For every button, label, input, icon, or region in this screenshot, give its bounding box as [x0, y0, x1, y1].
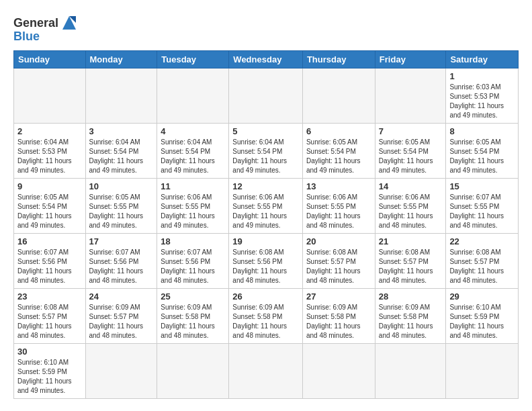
day-number: 19 [232, 236, 299, 246]
logo-text-general: General [13, 16, 58, 30]
day-info: Sunrise: 6:07 AMSunset: 5:55 PMDaylight:… [449, 193, 515, 230]
day-number: 10 [89, 181, 154, 191]
calendar-day-3: 3Sunrise: 6:04 AMSunset: 5:54 PMDaylight… [85, 124, 157, 179]
day-number: 27 [306, 291, 371, 302]
day-number: 20 [306, 236, 371, 246]
day-info: Sunrise: 6:03 AMSunset: 5:53 PMDaylight:… [449, 83, 515, 120]
calendar-day-14: 14Sunrise: 6:06 AMSunset: 5:55 PMDayligh… [375, 179, 446, 234]
calendar-day-11: 11Sunrise: 6:06 AMSunset: 5:55 PMDayligh… [157, 179, 229, 234]
day-number: 14 [379, 181, 443, 191]
day-info: Sunrise: 6:08 AMSunset: 5:56 PMDaylight:… [232, 248, 299, 285]
day-info: Sunrise: 6:09 AMSunset: 5:58 PMDaylight:… [306, 303, 371, 340]
day-number: 9 [17, 181, 82, 191]
calendar-day-empty-5-1 [85, 344, 157, 399]
calendar-week-4: 23Sunrise: 6:08 AMSunset: 5:57 PMDayligh… [14, 289, 519, 344]
calendar-day-empty-5-2 [157, 344, 229, 399]
day-info: Sunrise: 6:10 AMSunset: 5:59 PMDaylight:… [17, 358, 82, 396]
day-info: Sunrise: 6:06 AMSunset: 5:55 PMDaylight:… [379, 193, 443, 230]
calendar-day-13: 13Sunrise: 6:06 AMSunset: 5:55 PMDayligh… [302, 179, 375, 234]
day-info: Sunrise: 6:07 AMSunset: 5:56 PMDaylight:… [161, 248, 225, 285]
day-info: Sunrise: 6:08 AMSunset: 5:57 PMDaylight:… [306, 248, 371, 285]
calendar-day-27: 27Sunrise: 6:09 AMSunset: 5:58 PMDayligh… [302, 289, 375, 344]
day-number: 15 [449, 181, 515, 191]
day-info: Sunrise: 6:09 AMSunset: 5:58 PMDaylight:… [232, 303, 299, 340]
calendar-day-19: 19Sunrise: 6:08 AMSunset: 5:56 PMDayligh… [229, 234, 303, 289]
calendar-day-24: 24Sunrise: 6:09 AMSunset: 5:57 PMDayligh… [85, 289, 157, 344]
logo: General Blue [13, 13, 79, 44]
day-info: Sunrise: 6:07 AMSunset: 5:56 PMDaylight:… [89, 248, 154, 285]
calendar-header-thursday: Thursday [302, 51, 375, 68]
calendar-header-saturday: Saturday [446, 51, 519, 68]
calendar-day-18: 18Sunrise: 6:07 AMSunset: 5:56 PMDayligh… [157, 234, 229, 289]
day-number: 2 [17, 126, 82, 136]
day-number: 24 [89, 291, 154, 302]
day-number: 12 [232, 181, 299, 191]
day-info: Sunrise: 6:05 AMSunset: 5:54 PMDaylight:… [17, 193, 82, 230]
day-number: 28 [379, 291, 443, 302]
calendar-day-20: 20Sunrise: 6:08 AMSunset: 5:57 PMDayligh… [302, 234, 375, 289]
header: General Blue [13, 13, 519, 44]
day-number: 21 [379, 236, 443, 246]
calendar-week-3: 16Sunrise: 6:07 AMSunset: 5:56 PMDayligh… [14, 234, 519, 289]
calendar-day-26: 26Sunrise: 6:09 AMSunset: 5:58 PMDayligh… [229, 289, 303, 344]
calendar-week-1: 2Sunrise: 6:04 AMSunset: 5:53 PMDaylight… [14, 124, 519, 179]
day-number: 6 [306, 126, 371, 136]
calendar-day-empty-5-4 [302, 344, 375, 399]
day-info: Sunrise: 6:05 AMSunset: 5:54 PMDaylight:… [306, 138, 371, 175]
day-number: 25 [161, 291, 225, 302]
day-info: Sunrise: 6:10 AMSunset: 5:59 PMDaylight:… [449, 303, 515, 340]
calendar-day-4: 4Sunrise: 6:04 AMSunset: 5:54 PMDaylight… [157, 124, 229, 179]
day-info: Sunrise: 6:09 AMSunset: 5:57 PMDaylight:… [89, 303, 154, 340]
calendar-day-23: 23Sunrise: 6:08 AMSunset: 5:57 PMDayligh… [14, 289, 86, 344]
calendar-day-15: 15Sunrise: 6:07 AMSunset: 5:55 PMDayligh… [446, 179, 519, 234]
day-info: Sunrise: 6:09 AMSunset: 5:58 PMDaylight:… [379, 303, 443, 340]
day-number: 17 [89, 236, 154, 246]
calendar-header-monday: Monday [85, 51, 157, 68]
day-number: 8 [449, 126, 515, 136]
day-info: Sunrise: 6:06 AMSunset: 5:55 PMDaylight:… [232, 193, 299, 230]
calendar-day-28: 28Sunrise: 6:09 AMSunset: 5:58 PMDayligh… [375, 289, 446, 344]
day-info: Sunrise: 6:04 AMSunset: 5:54 PMDaylight:… [89, 138, 154, 175]
day-number: 26 [232, 291, 299, 302]
calendar-day-empty-0-4 [302, 68, 375, 124]
logo-text-blue: Blue [13, 30, 40, 44]
calendar-day-empty-5-5 [375, 344, 446, 399]
page: General Blue SundayMondayTuesdayWednesda… [0, 0, 532, 411]
calendar-day-empty-0-1 [85, 68, 157, 124]
day-info: Sunrise: 6:09 AMSunset: 5:58 PMDaylight:… [161, 303, 225, 340]
calendar-header-row: SundayMondayTuesdayWednesdayThursdayFrid… [14, 51, 519, 68]
day-number: 18 [161, 236, 225, 246]
calendar-day-22: 22Sunrise: 6:08 AMSunset: 5:57 PMDayligh… [446, 234, 519, 289]
calendar-header-tuesday: Tuesday [157, 51, 229, 68]
calendar: SundayMondayTuesdayWednesdayThursdayFrid… [13, 50, 519, 399]
day-number: 5 [232, 126, 299, 136]
calendar-day-16: 16Sunrise: 6:07 AMSunset: 5:56 PMDayligh… [14, 234, 86, 289]
logo-icon [60, 13, 79, 32]
day-info: Sunrise: 6:05 AMSunset: 5:54 PMDaylight:… [449, 138, 515, 175]
day-number: 1 [449, 71, 515, 81]
calendar-week-2: 9Sunrise: 6:05 AMSunset: 5:54 PMDaylight… [14, 179, 519, 234]
day-number: 4 [161, 126, 225, 136]
calendar-day-30: 30Sunrise: 6:10 AMSunset: 5:59 PMDayligh… [14, 344, 86, 399]
day-number: 11 [161, 181, 225, 191]
day-info: Sunrise: 6:08 AMSunset: 5:57 PMDaylight:… [449, 248, 515, 285]
calendar-day-empty-5-3 [229, 344, 303, 399]
calendar-week-5: 30Sunrise: 6:10 AMSunset: 5:59 PMDayligh… [14, 344, 519, 399]
calendar-day-1: 1Sunrise: 6:03 AMSunset: 5:53 PMDaylight… [446, 68, 519, 124]
calendar-header-friday: Friday [375, 51, 446, 68]
calendar-day-empty-0-2 [157, 68, 229, 124]
day-info: Sunrise: 6:04 AMSunset: 5:54 PMDaylight:… [232, 138, 299, 175]
day-info: Sunrise: 6:05 AMSunset: 5:55 PMDaylight:… [89, 193, 154, 230]
day-info: Sunrise: 6:08 AMSunset: 5:57 PMDaylight:… [379, 248, 443, 285]
calendar-week-0: 1Sunrise: 6:03 AMSunset: 5:53 PMDaylight… [14, 68, 519, 124]
day-number: 30 [17, 347, 82, 357]
calendar-day-6: 6Sunrise: 6:05 AMSunset: 5:54 PMDaylight… [302, 124, 375, 179]
calendar-day-8: 8Sunrise: 6:05 AMSunset: 5:54 PMDaylight… [446, 124, 519, 179]
calendar-day-17: 17Sunrise: 6:07 AMSunset: 5:56 PMDayligh… [85, 234, 157, 289]
day-info: Sunrise: 6:07 AMSunset: 5:56 PMDaylight:… [17, 248, 82, 285]
day-number: 22 [449, 236, 515, 246]
day-number: 16 [17, 236, 82, 246]
day-number: 13 [306, 181, 371, 191]
day-info: Sunrise: 6:04 AMSunset: 5:53 PMDaylight:… [17, 138, 82, 175]
calendar-day-29: 29Sunrise: 6:10 AMSunset: 5:59 PMDayligh… [446, 289, 519, 344]
